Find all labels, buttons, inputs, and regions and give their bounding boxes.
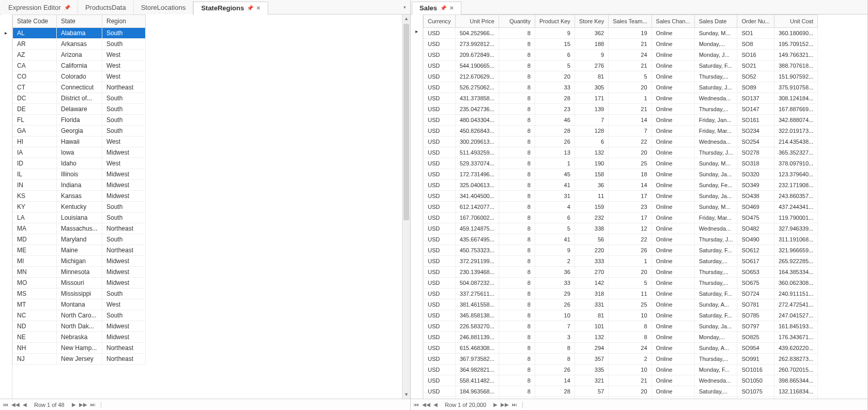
- cell-st[interactable]: 8: [609, 321, 652, 332]
- table-row[interactable]: GAGeorgiaSouth: [13, 126, 146, 136]
- cell-state[interactable]: Alabama: [57, 28, 102, 39]
- cell-on[interactable]: SO825: [737, 332, 774, 343]
- cell-date[interactable]: Saturday,...: [694, 256, 737, 267]
- cell-date[interactable]: Friday, Jan...: [694, 115, 737, 126]
- cell-date[interactable]: Monday,...: [694, 332, 737, 343]
- table-row[interactable]: USD235.042736...82313921OnlineThursday,.…: [424, 104, 818, 115]
- table-row[interactable]: USD435.667495...8415622OnlineThursday, J…: [424, 234, 818, 245]
- cell-st[interactable]: 20: [609, 386, 652, 397]
- cell-uc[interactable]: 151.907592...: [774, 71, 817, 82]
- cell-code[interactable]: CO: [13, 71, 57, 82]
- cell-code[interactable]: CT: [13, 82, 57, 93]
- cell-ch[interactable]: Online: [652, 82, 694, 93]
- cell-date[interactable]: Thursday, J...: [694, 147, 737, 158]
- col-state-code[interactable]: State Code: [13, 15, 57, 28]
- table-row[interactable]: KYKentuckySouth: [13, 202, 146, 212]
- cell-code[interactable]: CA: [13, 60, 57, 71]
- cell-up[interactable]: 226.583270...: [455, 321, 499, 332]
- table-row[interactable]: USD300.209613...826622OnlineWednesda...S…: [424, 136, 818, 147]
- cell-st[interactable]: 10: [609, 365, 652, 375]
- table-row[interactable]: NDNorth Dak...Midwest: [13, 321, 146, 332]
- tab-storelocations[interactable]: StoreLocations: [134, 1, 194, 14]
- cell-qty[interactable]: 8: [499, 158, 535, 169]
- cell-st[interactable]: 18: [609, 169, 652, 180]
- cell-ch[interactable]: Online: [652, 256, 694, 267]
- cell-st[interactable]: 26: [609, 245, 652, 256]
- cell-date[interactable]: Wednesda...: [694, 223, 737, 234]
- cell-up[interactable]: 459.124875...: [455, 223, 499, 234]
- cell-pk[interactable]: 29: [535, 288, 575, 299]
- cell-uc[interactable]: 132.116834...: [774, 386, 817, 397]
- cell-state[interactable]: Delaware: [57, 104, 102, 115]
- cell-ch[interactable]: Online: [652, 354, 694, 365]
- cell-pk[interactable]: 15: [535, 39, 575, 50]
- cell-up[interactable]: 612.142077...: [455, 202, 499, 212]
- cell-cur[interactable]: USD: [424, 191, 456, 202]
- cell-date[interactable]: Monday, J...: [694, 50, 737, 60]
- cell-uc[interactable]: 260.702015...: [774, 365, 817, 375]
- cell-on[interactable]: SO52: [737, 71, 774, 82]
- cell-on[interactable]: SO617: [737, 256, 774, 267]
- cell-ch[interactable]: Online: [652, 397, 694, 399]
- cell-st[interactable]: 24: [609, 50, 652, 60]
- cell-qty[interactable]: 8: [499, 354, 535, 365]
- cell-state[interactable]: Arizona: [57, 50, 102, 60]
- cell-pk[interactable]: 9: [535, 28, 575, 39]
- first-record-button[interactable]: ⏮: [414, 402, 419, 407]
- cell-st[interactable]: 21: [609, 60, 652, 71]
- cell-qty[interactable]: 8: [499, 288, 535, 299]
- cell-state[interactable]: District of...: [57, 93, 102, 104]
- cell-state[interactable]: North Caro...: [57, 310, 102, 321]
- cell-region[interactable]: South: [102, 104, 146, 115]
- cell-ch[interactable]: Online: [652, 375, 694, 386]
- cell-cur[interactable]: USD: [424, 234, 456, 245]
- cell-sk[interactable]: 132: [575, 147, 608, 158]
- cell-ch[interactable]: Online: [652, 267, 694, 278]
- col-state[interactable]: State: [57, 15, 102, 28]
- table-row[interactable]: MIMichiganMidwest: [13, 256, 146, 267]
- scroll-up-icon[interactable]: ▲: [402, 14, 410, 23]
- cell-sk[interactable]: 338: [575, 223, 608, 234]
- cell-code[interactable]: NC: [13, 310, 57, 321]
- cell-code[interactable]: HI: [13, 136, 57, 147]
- cell-up[interactable]: 337.275611...: [455, 288, 499, 299]
- cell-date[interactable]: Wednesda...: [694, 93, 737, 104]
- cell-pk[interactable]: 23: [535, 104, 575, 115]
- cell-sk[interactable]: 6: [575, 136, 608, 147]
- table-row[interactable]: USD341.404500...8311117OnlineSunday, Ja.…: [424, 191, 818, 202]
- scroll-down-icon[interactable]: ▼: [402, 390, 410, 399]
- table-row[interactable]: ALAlabamaSouth: [13, 28, 146, 39]
- cell-st[interactable]: 8: [609, 332, 652, 343]
- table-row[interactable]: USD184.963568...8285720OnlineSaturday,..…: [424, 386, 818, 397]
- cell-pk[interactable]: 39: [535, 397, 575, 399]
- cell-on[interactable]: SO954: [737, 343, 774, 354]
- cell-pk[interactable]: 46: [535, 115, 575, 126]
- close-icon[interactable]: ✕: [450, 5, 454, 11]
- next-page-button[interactable]: ▶▶: [79, 402, 87, 407]
- cell-st[interactable]: 23: [609, 202, 652, 212]
- cell-on[interactable]: SO278: [737, 147, 774, 158]
- cell-qty[interactable]: 8: [499, 93, 535, 104]
- table-row[interactable]: USD529.337074...8119025OnlineSunday, M..…: [424, 158, 818, 169]
- col-quantity[interactable]: Quantity: [499, 15, 535, 28]
- table-row[interactable]: USD544.190665...8527621OnlineSaturday, F…: [424, 60, 818, 71]
- cell-sk[interactable]: 142: [575, 278, 608, 288]
- cell-ch[interactable]: Online: [652, 245, 694, 256]
- table-row[interactable]: USD459.124875...8533812OnlineWednesda...…: [424, 223, 818, 234]
- cell-st[interactable]: 5: [609, 278, 652, 288]
- cell-uc[interactable]: 308.124184...: [774, 93, 817, 104]
- cell-qty[interactable]: 8: [499, 71, 535, 82]
- cell-qty[interactable]: 8: [499, 136, 535, 147]
- cell-cur[interactable]: USD: [424, 180, 456, 191]
- table-row[interactable]: USD480.043304...846714OnlineFriday, Jan.…: [424, 115, 818, 126]
- cell-uc[interactable]: 176.343671...: [774, 332, 817, 343]
- cell-uc[interactable]: 398.865344...: [774, 375, 817, 386]
- cell-pk[interactable]: 8: [535, 354, 575, 365]
- cell-on[interactable]: SO675: [737, 278, 774, 288]
- cell-sk[interactable]: 220: [575, 245, 608, 256]
- cell-qty[interactable]: 8: [499, 332, 535, 343]
- table-row[interactable]: LALouisianaSouth: [13, 212, 146, 223]
- prev-page-button[interactable]: ◀◀: [422, 402, 430, 407]
- cell-sk[interactable]: 57: [575, 386, 608, 397]
- cell-qty[interactable]: 8: [499, 126, 535, 136]
